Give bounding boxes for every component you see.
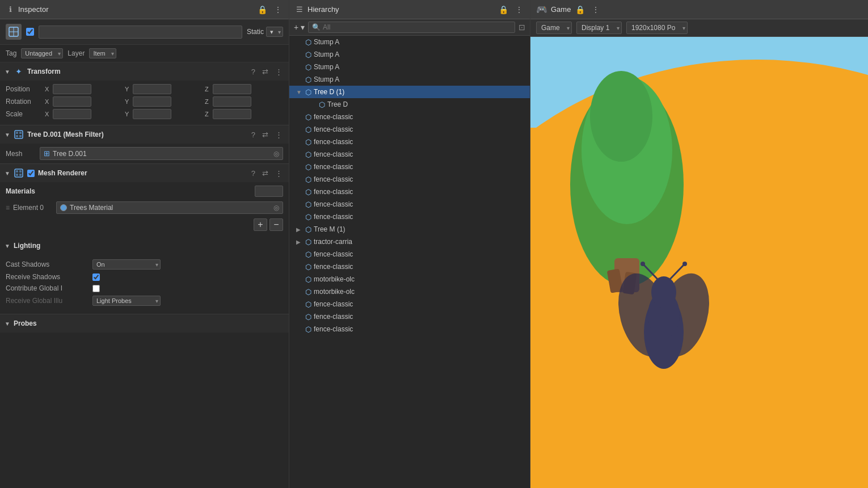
list-item-selected[interactable]: ▼ ⬡ Tree D (1) (289, 86, 530, 98)
cast-shadows-dropdown-wrapper[interactable]: On (92, 259, 161, 270)
list-item[interactable]: ⬡ fence-classic (289, 260, 530, 273)
receive-shadows-checkbox[interactable] (92, 274, 100, 281)
scale-x-axis: X (45, 111, 52, 117)
tag-dropdown-wrapper[interactable]: Untagged (21, 48, 63, 58)
inspector-more-btn[interactable]: ⋮ (273, 4, 283, 15)
hier-item-name: Stump A (314, 63, 339, 71)
hier-item-name: fence-classic (314, 188, 353, 196)
mesh-filter-settings-btn[interactable]: ⇄ (260, 130, 270, 140)
mesh-filter-more-btn[interactable]: ⋮ (273, 130, 284, 140)
material-add-btn[interactable]: + (254, 218, 267, 231)
position-xyz: X 6.7640 Y -118.0 Z -72.71 (45, 84, 283, 94)
transform-settings-btn[interactable]: ⇄ (260, 67, 270, 77)
hier-mesh-icon: ⬡ (305, 263, 311, 271)
object-enabled-checkbox[interactable] (26, 28, 34, 36)
rotation-x-input[interactable]: -42.46 (53, 96, 91, 107)
list-item[interactable]: ⬡ motorbike-olc (289, 273, 530, 285)
hierarchy-search-input[interactable] (323, 23, 511, 31)
position-y-input[interactable]: -118.0 (133, 84, 171, 94)
hier-item-name: Stump A (314, 75, 339, 83)
lighting-header[interactable]: ▼ Lighting (0, 237, 289, 255)
list-item[interactable]: ⬡ fence-classic (289, 148, 530, 161)
scale-y-input[interactable]: 1.8416 (133, 109, 171, 119)
hier-item-name: fence-classic (314, 125, 353, 133)
position-x-axis: X (45, 86, 52, 92)
mesh-filter-section: ▼ Tree D.001 (Mesh Filter) ? ⇄ (0, 125, 289, 164)
game-controller-icon: 🎮 (536, 4, 547, 15)
position-z-input[interactable]: -72.71 (213, 84, 251, 94)
scale-z-input[interactable]: 1.8416 (213, 109, 251, 119)
transform-header[interactable]: ▼ ✦ Transform ? ⇄ ⋮ (0, 62, 289, 81)
list-item[interactable]: ⬡ fence-classic (289, 186, 530, 198)
transform-help-btn[interactable]: ? (250, 67, 257, 77)
contribute-gi-checkbox[interactable] (92, 285, 100, 292)
inspector-lock-btn[interactable]: 🔒 (256, 4, 268, 15)
resolution-dropdown-wrapper[interactable]: 1920x1080 Po (626, 22, 688, 34)
mesh-renderer-enabled-checkbox[interactable] (27, 170, 35, 177)
scale-x-input[interactable]: 1.8416 (53, 109, 91, 119)
mesh-renderer-settings-btn[interactable]: ⇄ (260, 169, 270, 178)
rotation-y-input[interactable]: -73.74 (133, 96, 171, 107)
inspector-header-actions: 🔒 ⋮ (256, 4, 283, 15)
display-dropdown-wrapper[interactable]: Display 1 (576, 22, 622, 34)
list-item[interactable]: ▶ ⬡ Tree M (1) (289, 223, 530, 235)
list-item[interactable]: ⬡ fence-classic (289, 211, 530, 223)
bug-svg (613, 258, 715, 400)
list-item[interactable]: ⬡ Stump A (289, 73, 530, 86)
object-name-input[interactable]: Tree D (1) (39, 26, 242, 39)
list-item[interactable]: ⬡ fence-classic (289, 123, 530, 136)
mesh-target-btn[interactable]: ◎ (273, 150, 279, 158)
game-mode-dropdown[interactable]: Game (536, 22, 572, 34)
materials-count-input[interactable]: 1 (255, 186, 283, 197)
list-item[interactable]: ⬡ motorbike-olc (289, 285, 530, 298)
mesh-renderer-help-btn[interactable]: ? (250, 169, 257, 178)
static-dropdown-wrapper[interactable]: ▾ (266, 27, 283, 37)
transform-more-btn[interactable]: ⋮ (273, 67, 284, 77)
resolution-dropdown[interactable]: 1920x1080 Po (626, 22, 688, 34)
material-target-btn[interactable]: ◎ (273, 204, 279, 212)
display-dropdown[interactable]: Display 1 (576, 22, 622, 34)
list-item[interactable]: ⬡ Stump A (289, 61, 530, 73)
receive-gi-dropdown[interactable]: Light Probes (92, 296, 161, 306)
list-item[interactable]: ⬡ fence-classic (289, 173, 530, 186)
mesh-filter-actions: ? ⇄ ⋮ (250, 130, 284, 140)
list-item[interactable]: ⬡ Stump A (289, 48, 530, 61)
list-item[interactable]: ⬡ fence-classic (289, 161, 530, 173)
list-item[interactable]: ⬡ fence-classic (289, 111, 530, 123)
list-item[interactable]: ⬡ fence-classic (289, 248, 530, 260)
hier-item-name: fence-classic (314, 200, 353, 208)
rotation-z-input[interactable]: 320.65 (213, 96, 251, 107)
list-item[interactable]: ⬡ fence-classic (289, 323, 530, 335)
layer-dropdown-wrapper[interactable]: Item (89, 48, 116, 58)
list-item[interactable]: ⬡ fence-classic (289, 310, 530, 323)
list-item[interactable]: ▶ ⬡ tractor-carria (289, 235, 530, 248)
mesh-filter-header[interactable]: ▼ Tree D.001 (Mesh Filter) ? ⇄ (0, 125, 289, 144)
list-item[interactable]: ⬡ Stump A (289, 36, 530, 48)
probes-header[interactable]: ▼ Probes (0, 314, 289, 333)
list-item[interactable]: ⬡ fence-classic (289, 198, 530, 211)
game-lock-btn[interactable]: 🔒 (574, 4, 586, 15)
hier-mesh-icon: ⬡ (305, 275, 311, 284)
list-item[interactable]: ⬡ fence-classic (289, 136, 530, 148)
list-item[interactable]: ⬡ Tree D (289, 98, 530, 111)
hierarchy-add-btn[interactable]: + ▾ (294, 23, 305, 32)
cast-shadows-dropdown[interactable]: On (92, 259, 161, 270)
static-dropdown[interactable]: ▾ (266, 27, 283, 37)
mesh-renderer-more-btn[interactable]: ⋮ (273, 169, 284, 178)
object-3d-icon (6, 24, 22, 40)
position-x-input[interactable]: 6.7640 (53, 84, 91, 94)
layer-dropdown[interactable]: Item (89, 48, 116, 58)
list-item[interactable]: ⬡ fence-classic (289, 298, 530, 310)
hierarchy-view-btn[interactable]: ⊡ (519, 23, 525, 32)
mesh-renderer-header[interactable]: ▼ Mesh Renderer ? ⇄ (0, 164, 289, 182)
hierarchy-lock-btn[interactable]: 🔒 (498, 4, 509, 15)
hierarchy-more-btn[interactable]: ⋮ (514, 4, 524, 15)
game-mode-dropdown-wrapper[interactable]: Game (536, 22, 572, 34)
game-more-btn[interactable]: ⋮ (591, 4, 601, 15)
receive-gi-dropdown-wrapper[interactable]: Light Probes (92, 296, 161, 306)
mesh-filter-help-btn[interactable]: ? (250, 130, 257, 140)
tag-dropdown[interactable]: Untagged (21, 48, 63, 58)
hier-mesh-icon: ⬡ (305, 75, 311, 84)
svg-rect-5 (19, 132, 22, 134)
material-remove-btn[interactable]: − (269, 218, 283, 231)
